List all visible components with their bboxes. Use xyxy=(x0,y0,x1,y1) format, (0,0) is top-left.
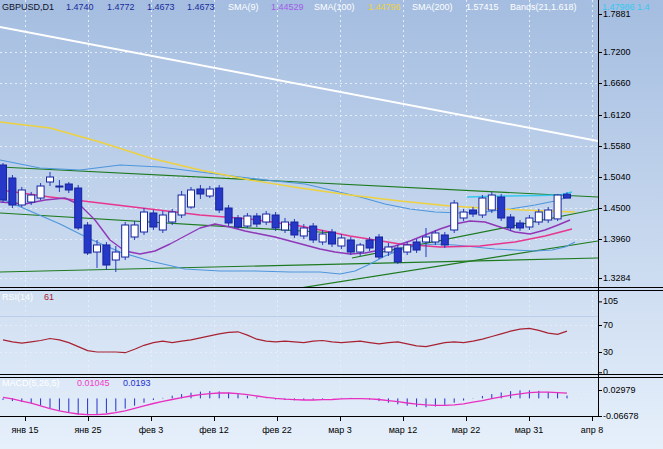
candle-body[interactable] xyxy=(188,190,195,207)
trading-chart-window: 1.78811.72001.66601.61201.55801.50401.45… xyxy=(0,0,663,449)
candle-body[interactable] xyxy=(498,197,505,218)
candle-body[interactable] xyxy=(554,195,561,219)
candle-body[interactable] xyxy=(385,247,392,252)
candle-body[interactable] xyxy=(376,237,383,257)
candle-body[interactable] xyxy=(310,226,317,240)
candle-body[interactable] xyxy=(357,245,364,252)
candle-body[interactable] xyxy=(94,245,101,252)
candle-body[interactable] xyxy=(423,237,430,242)
candle-body[interactable] xyxy=(319,234,326,242)
candle-body[interactable] xyxy=(131,225,138,237)
candle-body[interactable] xyxy=(253,216,260,224)
candle-body[interactable] xyxy=(216,188,223,210)
candle-body[interactable] xyxy=(413,242,420,250)
candle-body[interactable] xyxy=(394,248,401,262)
candle-body[interactable] xyxy=(526,218,533,227)
chart-background xyxy=(0,0,663,449)
candle-body[interactable] xyxy=(169,212,176,222)
candle-body[interactable] xyxy=(545,210,552,220)
candle-body[interactable] xyxy=(535,212,542,222)
candle-body[interactable] xyxy=(366,240,373,248)
candle-body[interactable] xyxy=(479,198,486,215)
candle-body[interactable] xyxy=(470,210,477,214)
candle-body[interactable] xyxy=(18,190,25,205)
candle-body[interactable] xyxy=(300,228,307,236)
chart-canvas[interactable] xyxy=(0,0,663,449)
candle-body[interactable] xyxy=(329,232,336,244)
candle-body[interactable] xyxy=(244,216,251,226)
candle-body[interactable] xyxy=(282,222,289,230)
candle-body[interactable] xyxy=(84,225,91,253)
candle-body[interactable] xyxy=(56,186,63,187)
candle-body[interactable] xyxy=(488,195,495,210)
candle-body[interactable] xyxy=(235,218,242,227)
candle-body[interactable] xyxy=(0,165,7,200)
candle-body[interactable] xyxy=(47,177,54,182)
candle-body[interactable] xyxy=(225,208,232,223)
candle-body[interactable] xyxy=(103,245,110,265)
candle-body[interactable] xyxy=(517,223,524,228)
candle-body[interactable] xyxy=(65,184,72,190)
candle-body[interactable] xyxy=(197,189,204,194)
candle-body[interactable] xyxy=(159,215,166,230)
candle-body[interactable] xyxy=(141,212,148,232)
candle-body[interactable] xyxy=(178,195,185,215)
candle-body[interactable] xyxy=(37,186,44,198)
candle-body[interactable] xyxy=(441,235,448,245)
candle-body[interactable] xyxy=(347,240,354,252)
candle-body[interactable] xyxy=(206,189,213,196)
candle-body[interactable] xyxy=(263,214,270,222)
candle-body[interactable] xyxy=(564,194,571,198)
candle-body[interactable] xyxy=(272,215,279,228)
candle-body[interactable] xyxy=(338,238,345,246)
candle-body[interactable] xyxy=(75,188,82,228)
candle-body[interactable] xyxy=(507,217,514,228)
candle-body[interactable] xyxy=(291,222,298,235)
candle-body[interactable] xyxy=(112,252,119,260)
candle-body[interactable] xyxy=(122,225,129,257)
candle-body[interactable] xyxy=(460,212,467,218)
candle-body[interactable] xyxy=(404,245,411,252)
candle-body[interactable] xyxy=(9,178,16,205)
candle-body[interactable] xyxy=(451,203,458,230)
candle-body[interactable] xyxy=(432,233,439,242)
candle-body[interactable] xyxy=(150,213,157,227)
candle-body[interactable] xyxy=(28,195,35,202)
